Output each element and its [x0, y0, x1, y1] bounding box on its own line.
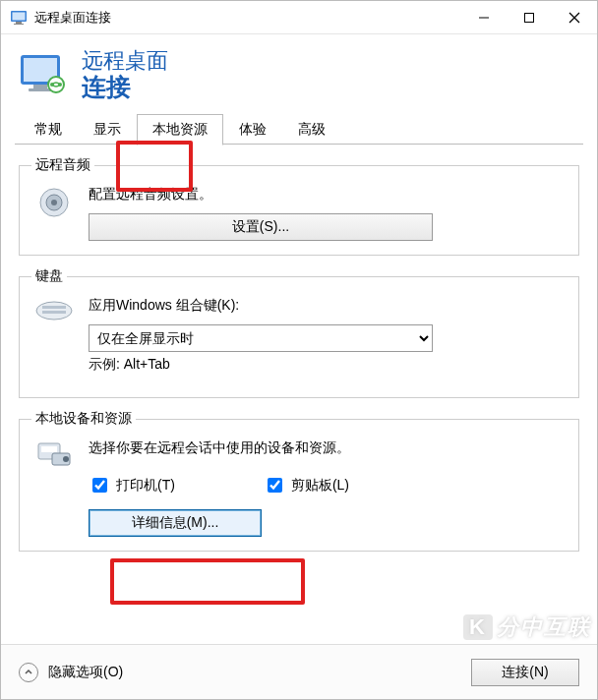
group-local-devices: 本地设备和资源 选择你要在远程会话中使用的设备和资源。 [19, 410, 579, 552]
tab-display[interactable]: 显示 [78, 114, 137, 145]
printer-checkbox[interactable]: 打印机(T) [89, 475, 175, 496]
printer-checkbox-input[interactable] [92, 478, 107, 493]
more-details-button[interactable]: 详细信息(M)... [89, 509, 262, 537]
footer: 隐藏选项(O) 连接(N) [1, 644, 597, 699]
devices-icon [31, 439, 77, 537]
svg-point-24 [63, 456, 69, 462]
rdp-app-icon [11, 11, 27, 25]
keyboard-example: 示例: Alt+Tab [89, 356, 567, 374]
printer-label: 打印机(T) [116, 477, 175, 495]
window: 远程桌面连接 远程桌面 连接 [0, 0, 598, 700]
header-title: 远程桌面 连接 [82, 48, 168, 101]
audio-text: 配置远程音频设置。 [89, 186, 567, 204]
speaker-icon [31, 186, 77, 241]
svg-rect-2 [16, 22, 22, 24]
keyboard-icon [31, 297, 77, 383]
clipboard-label: 剪贴板(L) [291, 477, 349, 495]
rdp-header-icon [19, 51, 66, 98]
hide-options-label: 隐藏选项(O) [48, 664, 123, 681]
audio-settings-button[interactable]: 设置(S)... [89, 213, 433, 241]
svg-rect-19 [42, 306, 66, 309]
tab-general[interactable]: 常规 [19, 114, 78, 145]
tab-advanced[interactable]: 高级 [282, 114, 341, 145]
svg-rect-20 [42, 311, 66, 314]
group-legend-keyboard: 键盘 [31, 267, 67, 285]
hide-options-toggle[interactable]: 隐藏选项(O) [19, 663, 471, 682]
svg-point-17 [51, 200, 57, 205]
header-line2: 连接 [82, 73, 168, 101]
keyboard-combo[interactable]: 仅在全屏显示时 [89, 324, 433, 352]
group-legend-local: 本地设备和资源 [31, 410, 136, 428]
titlebar: 远程桌面连接 [1, 1, 597, 34]
svg-rect-3 [14, 24, 24, 25]
clipboard-checkbox[interactable]: 剪贴板(L) [264, 475, 349, 496]
group-keyboard: 键盘 应用Windows 组合键(K): 仅在全屏显示时 [19, 267, 579, 398]
window-title: 远程桌面连接 [34, 9, 461, 27]
svg-rect-22 [41, 446, 57, 452]
svg-rect-10 [33, 85, 47, 88]
minimize-button[interactable] [461, 1, 507, 34]
tab-content: 远程音频 配置远程音频设置。 设置(S)... [1, 145, 597, 563]
svg-rect-1 [13, 12, 26, 20]
maximize-button[interactable] [507, 1, 552, 34]
close-button[interactable] [552, 1, 597, 34]
chevron-up-icon [19, 663, 38, 682]
tab-local-resources[interactable]: 本地资源 [137, 114, 223, 146]
connect-button[interactable]: 连接(N) [471, 659, 579, 686]
group-remote-audio: 远程音频 配置远程音频设置。 设置(S)... [19, 156, 579, 256]
svg-rect-5 [525, 13, 534, 22]
group-legend-audio: 远程音频 [31, 156, 94, 174]
header-line1: 远程桌面 [82, 48, 168, 73]
tab-experience[interactable]: 体验 [223, 114, 282, 145]
keyboard-text: 应用Windows 组合键(K): [89, 297, 567, 315]
local-text: 选择你要在远程会话中使用的设备和资源。 [89, 439, 567, 457]
tabstrip: 常规 显示 本地资源 体验 高级 [1, 113, 597, 145]
header: 远程桌面 连接 [1, 34, 597, 113]
clipboard-checkbox-input[interactable] [268, 478, 282, 493]
